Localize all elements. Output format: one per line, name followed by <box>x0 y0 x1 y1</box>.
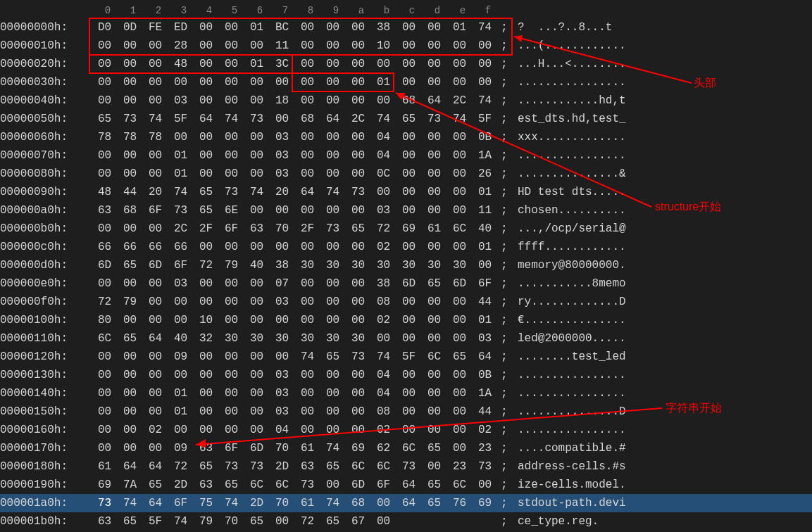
byte-cell[interactable]: 68 <box>349 497 374 509</box>
hex-row[interactable]: 00000140h: 00000001000000030000000400000… <box>0 384 812 403</box>
byte-cell[interactable]: 00 <box>399 387 425 400</box>
byte-cell[interactable]: 00 <box>247 76 273 89</box>
byte-cell[interactable]: 30 <box>247 332 273 345</box>
byte-cell[interactable]: 00 <box>120 222 146 235</box>
hex-row[interactable]: 000001b0h: 63655F747970650072656700; ce_… <box>0 512 812 531</box>
byte-cell[interactable]: 74 <box>171 515 196 528</box>
byte-cell[interactable]: 68 <box>298 113 323 125</box>
byte-cell[interactable]: 6D <box>349 479 374 491</box>
hex-row[interactable]: 00000150h: 00000001000000030000000800000… <box>0 403 812 421</box>
byte-cell[interactable]: 78 <box>95 131 120 144</box>
byte-cell[interactable]: 6C <box>450 222 475 235</box>
byte-cell[interactable]: 78 <box>120 131 146 144</box>
byte-cell[interactable]: 00 <box>323 405 349 418</box>
byte-cell[interactable]: 00 <box>450 131 475 144</box>
byte-cell[interactable]: 6C <box>95 332 120 345</box>
byte-cell[interactable]: 6D <box>95 259 120 272</box>
byte-cell[interactable]: 00 <box>399 21 425 34</box>
byte-cell[interactable]: 00 <box>273 350 298 363</box>
byte-cell[interactable]: 00 <box>425 39 450 52</box>
byte-cell[interactable]: 00 <box>450 167 475 180</box>
byte-cell[interactable]: 03 <box>273 296 298 308</box>
byte-cell[interactable]: 6C <box>273 479 298 491</box>
byte-cell[interactable]: 00 <box>222 76 247 89</box>
byte-cell[interactable]: 00 <box>247 241 273 253</box>
byte-cell[interactable]: 00 <box>171 369 196 381</box>
byte-cell[interactable]: 03 <box>171 277 196 290</box>
byte-cell[interactable]: 63 <box>196 479 222 491</box>
hex-row[interactable]: 00000000h: D00DFEED000001BC0000003800000… <box>0 18 812 37</box>
byte-cell[interactable]: 00 <box>374 94 399 107</box>
byte-cell[interactable]: 01 <box>171 167 196 180</box>
byte-cell[interactable]: 00 <box>222 241 247 253</box>
byte-cell[interactable]: 79 <box>120 296 146 308</box>
byte-cell[interactable]: 03 <box>273 369 298 381</box>
byte-cell[interactable]: 00 <box>323 39 349 52</box>
hex-row[interactable]: 00000120h: 0000000900000000746573745F6C6… <box>0 348 812 366</box>
byte-cell[interactable]: 6C <box>425 350 450 363</box>
byte-cell[interactable]: 00 <box>298 296 323 308</box>
byte-cell[interactable]: 69 <box>349 442 374 455</box>
byte-cell[interactable]: 6D <box>450 277 475 290</box>
byte-cell[interactable]: 00 <box>298 167 323 180</box>
byte-cell[interactable]: 40 <box>247 259 273 272</box>
byte-cell[interactable]: 00 <box>450 39 475 52</box>
byte-cell[interactable]: 61 <box>95 460 120 473</box>
byte-cell[interactable]: 44 <box>475 296 501 308</box>
byte-cell[interactable]: 00 <box>171 76 196 89</box>
byte-cell[interactable]: 00 <box>146 369 171 381</box>
byte-cell[interactable]: 00 <box>196 296 222 308</box>
byte-cell[interactable]: 01 <box>247 58 273 70</box>
byte-cell[interactable]: 00 <box>95 350 120 363</box>
byte-cell[interactable]: 01 <box>171 405 196 418</box>
byte-cell[interactable]: 00 <box>349 131 374 144</box>
byte-cell[interactable]: 07 <box>273 277 298 290</box>
hex-row[interactable]: 000000f0h: 72790000000000030000000800000… <box>0 293 812 311</box>
byte-cell[interactable]: 63 <box>196 442 222 455</box>
byte-cell[interactable]: 00 <box>450 186 475 198</box>
byte-cell[interactable]: 74 <box>323 497 349 509</box>
byte-cell[interactable]: 65 <box>222 479 247 491</box>
byte-cell[interactable]: 11 <box>273 39 298 52</box>
byte-cell[interactable]: 72 <box>196 259 222 272</box>
byte-cell[interactable]: 00 <box>247 39 273 52</box>
byte-cell[interactable]: 73 <box>171 204 196 217</box>
byte-cell[interactable]: 00 <box>374 497 399 509</box>
byte-cell[interactable]: 68 <box>120 204 146 217</box>
byte-cell[interactable]: 73 <box>349 186 374 198</box>
byte-cell[interactable]: 00 <box>146 94 171 107</box>
byte-cell[interactable]: 00 <box>399 424 425 436</box>
byte-cell[interactable]: 04 <box>374 149 399 162</box>
byte-cell[interactable]: 00 <box>222 387 247 400</box>
byte-cell[interactable]: 6F <box>146 204 171 217</box>
byte-cell[interactable]: 73 <box>120 113 146 125</box>
byte-cell[interactable]: 00 <box>425 76 450 89</box>
byte-cell[interactable]: 74 <box>475 21 501 34</box>
byte-cell[interactable]: 01 <box>450 21 475 34</box>
byte-cell[interactable]: 38 <box>374 277 399 290</box>
byte-cell[interactable]: 09 <box>171 350 196 363</box>
byte-cell[interactable]: 6C <box>399 442 425 455</box>
byte-cell[interactable]: 03 <box>273 149 298 162</box>
byte-cell[interactable]: 11 <box>475 204 501 217</box>
byte-cell[interactable]: 72 <box>298 515 323 528</box>
byte-cell[interactable]: 00 <box>146 314 171 327</box>
byte-cell[interactable]: 6F <box>171 497 196 509</box>
byte-cell[interactable]: 62 <box>374 442 399 455</box>
byte-cell[interactable]: 3C <box>273 58 298 70</box>
byte-cell[interactable]: 28 <box>171 39 196 52</box>
byte-cell[interactable]: 00 <box>450 296 475 308</box>
byte-cell[interactable]: 65 <box>120 332 146 345</box>
byte-cell[interactable]: 78 <box>146 131 171 144</box>
byte-cell[interactable]: 00 <box>399 149 425 162</box>
byte-cell[interactable]: 00 <box>450 442 475 455</box>
byte-cell[interactable]: 00 <box>450 149 475 162</box>
byte-cell[interactable]: 75 <box>196 497 222 509</box>
byte-cell[interactable]: 00 <box>146 387 171 400</box>
byte-cell[interactable]: 72 <box>171 460 196 473</box>
byte-cell[interactable]: 00 <box>146 350 171 363</box>
byte-cell[interactable]: 03 <box>171 94 196 107</box>
byte-cell[interactable]: 00 <box>196 76 222 89</box>
byte-cell[interactable]: 74 <box>222 113 247 125</box>
byte-cell[interactable]: 00 <box>425 131 450 144</box>
